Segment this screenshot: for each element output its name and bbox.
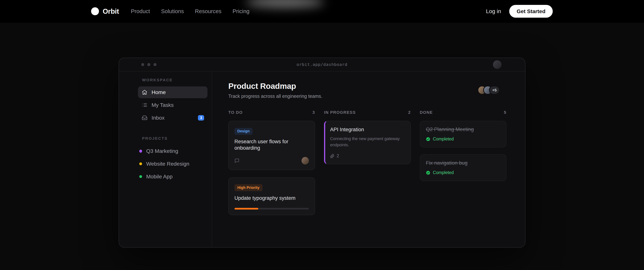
get-started-button[interactable]: Get Started <box>509 5 553 18</box>
comment-icon <box>234 158 239 163</box>
tag-high-priority: High Priority <box>234 184 262 191</box>
project-dot-icon <box>139 150 142 153</box>
column-count: 5 <box>504 110 506 115</box>
app-window: orbit.app/dashboard WORKSPACE Home <box>119 58 525 248</box>
workspace-label: WORKSPACE <box>138 78 208 86</box>
sidebar-item-inbox[interactable]: Inbox 3 <box>138 112 208 124</box>
card-title: Update typography system <box>234 195 309 201</box>
project-item-q3-marketing[interactable]: Q3 Marketing <box>138 145 208 158</box>
inbox-icon <box>142 115 148 121</box>
sidebar-item-my-tasks[interactable]: My Tasks <box>138 99 208 111</box>
avatar-overflow-badge[interactable]: +5 <box>489 86 500 95</box>
card-title: API Integration <box>330 126 405 133</box>
card-title: Q2 Planning Meeting <box>426 126 500 132</box>
project-label: Website Redesign <box>146 161 190 167</box>
project-label: Q3 Marketing <box>146 148 178 154</box>
tasks-icon <box>142 102 148 108</box>
hero-section: orbit.app/dashboard WORKSPACE Home <box>0 23 644 270</box>
sidebar-item-label: Inbox <box>152 115 164 121</box>
home-icon <box>142 89 148 95</box>
page: Orbit Product Solutions Resources Pricin… <box>0 0 644 270</box>
projects-label: PROJECTS <box>138 136 208 145</box>
nav-link-product[interactable]: Product <box>131 8 150 15</box>
column-name: IN PROGRESS <box>324 110 356 115</box>
board: Product Roadmap Track progress across al… <box>212 72 525 247</box>
task-card-q2-planning[interactable]: Q2 Planning Meeting Completed <box>420 121 506 147</box>
top-nav: Orbit Product Solutions Resources Pricin… <box>0 0 644 23</box>
brand-name: Orbit <box>103 7 119 15</box>
inbox-count-badge: 3 <box>198 115 204 120</box>
check-circle-icon <box>426 171 430 175</box>
nav-link-resources[interactable]: Resources <box>195 8 221 15</box>
column-name: DONE <box>420 110 433 115</box>
status-label: Completed <box>433 170 454 175</box>
task-card-api-integration[interactable]: API Integration Connecting the new payme… <box>324 121 411 164</box>
window-dot-icon <box>154 63 156 66</box>
card-description: Connecting the new payment gateway endpo… <box>330 136 405 148</box>
sidebar: WORKSPACE Home My Tasks <box>119 72 212 247</box>
project-dot-icon <box>139 175 142 178</box>
project-item-website-redesign[interactable]: Website Redesign <box>138 158 208 170</box>
task-card-research-user-flows[interactable]: Design Research user flows for onboardin… <box>228 121 315 170</box>
column-count: 2 <box>408 110 411 115</box>
column-done: DONE 5 Q2 Planning Meeting <box>420 110 506 215</box>
card-title: Research user flows for onboarding <box>234 138 309 151</box>
column-name: TO DO <box>228 110 243 115</box>
assignee-avatar <box>302 157 309 164</box>
traffic-lights <box>141 63 156 66</box>
column-todo: TO DO 3 Design Research user flows for o… <box>228 110 315 215</box>
progress-fill <box>234 208 258 210</box>
page-subtitle: Track progress across all engineering te… <box>228 93 322 99</box>
project-label: Mobile App <box>146 174 172 180</box>
check-circle-icon <box>426 137 430 141</box>
attachment-count: 2 <box>336 153 339 159</box>
status-label: Completed <box>433 137 454 142</box>
sidebar-item-home[interactable]: Home <box>138 86 208 98</box>
brand[interactable]: Orbit <box>91 7 119 15</box>
task-card-update-typography[interactable]: High Priority Update typography system <box>228 177 315 215</box>
paperclip-icon <box>330 154 334 158</box>
user-avatar[interactable] <box>493 60 502 69</box>
window-dot-icon <box>147 63 150 66</box>
project-item-mobile-app[interactable]: Mobile App <box>138 170 208 183</box>
page-title: Product Roadmap <box>228 81 322 91</box>
window-dot-icon <box>141 63 144 66</box>
tag-design: Design <box>234 128 252 135</box>
project-dot-icon <box>139 162 142 165</box>
login-link[interactable]: Log in <box>486 8 501 15</box>
member-avatar-stack: +5 <box>478 86 500 95</box>
task-card-fix-navigation-bug[interactable]: Fix navigation bug Completed <box>420 154 506 181</box>
address-bar: orbit.app/dashboard <box>119 62 525 67</box>
nav-link-solutions[interactable]: Solutions <box>161 8 184 15</box>
card-title: Fix navigation bug <box>426 160 500 166</box>
nav-links: Product Solutions Resources Pricing <box>131 8 250 15</box>
nav-link-pricing[interactable]: Pricing <box>232 8 250 15</box>
progress-bar <box>234 208 309 210</box>
sidebar-item-label: My Tasks <box>152 102 174 108</box>
window-titlebar: orbit.app/dashboard <box>119 58 525 72</box>
orbit-logo-icon <box>91 7 99 15</box>
sidebar-item-label: Home <box>152 89 166 95</box>
column-in-progress: IN PROGRESS 2 API Integration Connecting… <box>324 110 411 215</box>
column-count: 3 <box>312 110 315 115</box>
